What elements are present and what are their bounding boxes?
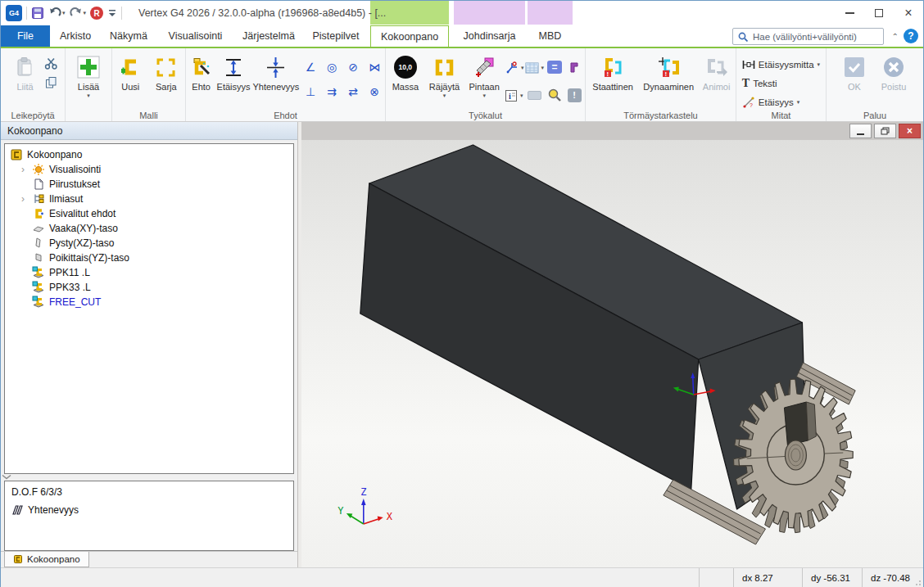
constraint-button[interactable]: Ehto (188, 52, 215, 106)
tab-file[interactable]: File (1, 25, 50, 47)
explode-button[interactable]: Räjäytä ▾ (425, 52, 464, 106)
dof-constraint-item[interactable]: Yhtenevyys (11, 504, 287, 516)
viewport-minimize-button[interactable] (849, 124, 872, 138)
panel-title: Kokoonpano (1, 122, 297, 140)
plane-xy-icon (32, 222, 45, 235)
distance-dimension-button[interactable]: Etäisyysmitta ▾ (742, 56, 820, 73)
equals-tool-button[interactable]: = (546, 58, 564, 76)
minimize-window-button[interactable] (835, 1, 864, 25)
skeleton-tool-button[interactable]: ▾ (505, 58, 524, 78)
tab-pistepilvet[interactable]: Pistepilvet (303, 25, 369, 47)
tree-item-drawings[interactable]: Piirustukset (7, 177, 292, 192)
maximize-window-button[interactable] (864, 1, 894, 25)
save-icon[interactable] (31, 7, 44, 20)
tab-jarjestelma[interactable]: Järjestelmä (234, 25, 303, 47)
coincident-constraint-button[interactable]: Yhtenevyys (252, 52, 300, 106)
clamp-tool-button[interactable] (565, 58, 583, 76)
tree-item-representations[interactable]: › Ilmiasut (7, 192, 292, 206)
perpendicular-constraint-icon[interactable]: ⊥ (301, 83, 319, 101)
viewport-close-button[interactable]: × (899, 124, 921, 138)
ribbon-collapse-chevron-icon[interactable]: ⌃ (892, 32, 899, 41)
copy-button[interactable] (44, 76, 58, 89)
panel-tab-strip: Kokoonpano (1, 551, 297, 567)
opposed-constraint-icon[interactable]: ⇄ (344, 83, 362, 101)
table-dropdown-icon[interactable]: ▾ (541, 65, 544, 71)
add-button[interactable]: Lisää ▾ (69, 52, 108, 106)
exit-button[interactable]: Poistu (874, 52, 913, 106)
skeleton-dropdown-icon[interactable]: ▾ (521, 65, 524, 71)
new-part-icon (120, 55, 142, 79)
undo-dropdown-icon[interactable]: ▾ (62, 10, 66, 16)
tab-kokoonpano[interactable]: Kokoonpano (370, 25, 449, 47)
viewport-restore-button[interactable] (874, 124, 896, 138)
measure-distance-button[interactable]: ? Etäisyys ▾ (742, 94, 820, 111)
distance-dimension-dropdown-icon[interactable]: ▾ (818, 61, 821, 68)
panel-collapse-handle[interactable] (1, 474, 297, 481)
mass-button[interactable]: 10,0 Massa (387, 52, 424, 106)
expand-chevron-icon[interactable]: › (18, 164, 28, 175)
dynamic-collision-button[interactable]: ! Dynaaminen (640, 52, 697, 106)
tree-item-plane-xy[interactable]: Vaaka(XY)-taso (7, 221, 292, 236)
plane-yz-icon (32, 251, 45, 264)
resize-grip[interactable] (913, 578, 922, 586)
measure-distance-icon: ? (742, 97, 755, 108)
static-collision-button[interactable]: ! Staattinen (587, 52, 638, 106)
tangent-constraint-icon[interactable]: ⊘ (344, 58, 362, 76)
info-dropdown-icon[interactable]: ▾ (520, 93, 523, 99)
symmetric-constraint-icon[interactable]: ⋈ (365, 58, 383, 76)
tab-arkisto[interactable]: Arkisto (50, 25, 101, 47)
undo-button[interactable]: ▾ (48, 7, 66, 20)
antitangent-constraint-icon[interactable]: ⊗ (365, 83, 383, 101)
animate-button[interactable]: Animoi (699, 52, 734, 106)
3d-viewport-canvas[interactable]: Z Y X (301, 140, 923, 567)
info-tool-button[interactable]: i ▾ (505, 86, 524, 106)
tree-item-ppk11[interactable]: PPK11 .L (7, 265, 292, 280)
redo-button[interactable]: ▾ (70, 7, 87, 20)
add-dropdown-icon[interactable]: ▾ (87, 93, 90, 99)
explode-dropdown-icon[interactable]: ▾ (443, 93, 446, 99)
tree-item-root[interactable]: Kokoonpano (7, 147, 292, 162)
tab-nakyma[interactable]: Näkymä (101, 25, 156, 47)
close-window-button[interactable]: × (894, 1, 923, 25)
cut-button[interactable] (44, 56, 58, 70)
concentric-constraint-icon[interactable]: ◎ (323, 58, 341, 76)
tree-item-free-cut[interactable]: FREE_CUT (7, 295, 292, 309)
ok-check-icon (845, 57, 864, 77)
series-button[interactable]: Sarja (149, 52, 183, 106)
distance-constraint-button[interactable]: Etäisyys (216, 52, 251, 106)
angle-constraint-icon[interactable]: ∠ (301, 58, 319, 76)
customize-toolbar-button[interactable] (107, 7, 117, 19)
assembly-tree[interactable]: Kokoonpano › Visualisointi Piirustukset … (4, 143, 294, 474)
tree-item-ppk33[interactable]: PPK33 .L (7, 280, 292, 295)
tree-item-plane-xz[interactable]: Pysty(XZ)-taso (7, 236, 292, 251)
text-dimension-button[interactable]: T Teksti (742, 75, 820, 92)
tree-item-plane-yz[interactable]: Poikittais(YZ)-taso (7, 251, 292, 265)
ok-button[interactable]: OK (836, 52, 872, 106)
ribbon-group-model: Uusi Sarja Malli (112, 48, 186, 121)
measure-distance-dropdown-icon[interactable]: ▾ (797, 99, 800, 106)
help-button[interactable]: ? (904, 29, 918, 43)
paste-button[interactable]: Liitä (8, 52, 43, 106)
record-badge-icon[interactable]: R (90, 7, 103, 20)
tab-johdinsarja[interactable]: Johdinsarja (454, 25, 525, 47)
table-tool-button[interactable]: ▾ (525, 58, 544, 78)
panel-tab-assembly[interactable]: Kokoonpano (4, 552, 89, 567)
tab-visualisointi[interactable]: Visualisointi (156, 25, 234, 47)
tree-item-visualization[interactable]: › Visualisointi (7, 162, 292, 177)
tree-item-preselected-constraints[interactable]: Esivalitut ehdot (7, 206, 292, 221)
new-part-button[interactable]: Uusi (114, 52, 147, 106)
ribbon-group-add: Lisää ▾ (66, 48, 112, 121)
expand-chevron-icon[interactable]: › (18, 193, 28, 205)
zoom-check-button[interactable] (546, 86, 564, 104)
exit-x-icon (884, 57, 904, 77)
constraint-wand-icon (190, 55, 212, 79)
parallel-constraint-icon[interactable]: ⇉ (323, 83, 341, 101)
search-input[interactable]: Hae (välilyönti+välilyönti) (732, 28, 884, 45)
tab-mbd[interactable]: MBD (528, 25, 573, 47)
app-logo-icon[interactable]: G4 (6, 5, 22, 21)
paste-icon (16, 55, 35, 79)
warning-tool-button[interactable]: ! (565, 86, 583, 104)
redo-dropdown-icon[interactable]: ▾ (84, 10, 87, 16)
to-surface-dropdown-icon[interactable]: ▾ (482, 93, 486, 99)
to-surface-button[interactable]: Pintaan ▾ (465, 52, 503, 106)
